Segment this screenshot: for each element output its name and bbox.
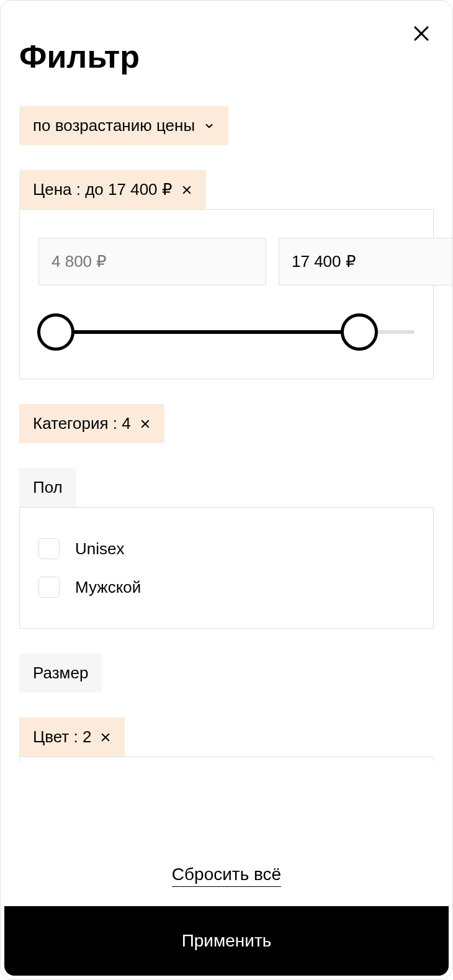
color-filter-chip[interactable]: Цвет : 2 [19,717,125,757]
reset-label: Сбросить всё [172,865,281,887]
chevron-down-icon [204,120,215,132]
price-min-input[interactable] [38,238,266,285]
close-icon[interactable] [181,184,192,196]
checkbox[interactable] [38,577,60,598]
reset-all-link[interactable]: Сбросить всё [1,846,452,891]
size-chip-label: Размер [33,663,88,683]
price-slider[interactable] [38,313,415,351]
price-panel [19,209,434,379]
apply-label: Применить [182,931,272,950]
sort-label: по возрастанию цены [33,116,195,135]
price-chip-label: Цена : до 17 400 ₽ [33,180,173,199]
gender-chip-label: Пол [33,478,63,497]
close-button[interactable] [409,22,434,47]
category-chip-label: Категория : 4 [33,414,131,433]
color-chip-label: Цвет : 2 [33,727,91,747]
sort-dropdown[interactable]: по возрастанию цены [19,106,228,145]
checkbox[interactable] [38,538,60,559]
gender-panel: Unisex Мужской [19,507,434,629]
close-icon[interactable] [100,732,111,743]
close-icon[interactable] [140,418,151,429]
price-max-input[interactable] [279,238,453,285]
gender-filter-chip[interactable]: Пол [19,468,76,507]
price-filter-chip[interactable]: Цена : до 17 400 ₽ [19,170,206,209]
size-filter-chip[interactable]: Размер [19,654,102,693]
slider-fill [38,330,377,334]
apply-button[interactable]: Применить [4,906,449,976]
slider-handle-min[interactable] [37,313,74,351]
gender-option[interactable]: Мужской [38,568,415,606]
category-filter-chip[interactable]: Категория : 4 [19,404,164,443]
gender-option[interactable]: Unisex [38,529,415,568]
page-title: Фильтр [19,38,140,75]
gender-option-label: Unisex [75,539,124,559]
close-icon [412,24,431,45]
gender-option-label: Мужской [75,578,141,597]
slider-handle-max[interactable] [341,313,378,351]
color-panel-edge [19,757,434,762]
